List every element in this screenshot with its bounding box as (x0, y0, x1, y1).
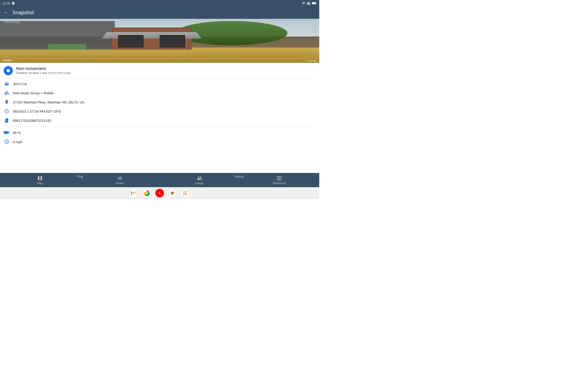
svg-rect-5 (4, 131, 8, 133)
dock-youtube-icon[interactable] (155, 189, 164, 198)
canopy (96, 32, 208, 39)
car-name: Jim's Car (13, 82, 27, 86)
svg-point-10 (183, 191, 184, 192)
list-item: 99 % (4, 128, 316, 137)
event-status-icon (4, 66, 13, 75)
dock-apps-icon[interactable] (181, 189, 190, 198)
page-title: Snapshot (12, 10, 34, 16)
street-view-image: © 2021 Google Google © Google (0, 19, 319, 63)
back-button[interactable]: ← (4, 10, 9, 16)
ping-action-label[interactable]: Ping (77, 175, 83, 178)
groups-icon (197, 175, 202, 181)
group-icon (4, 90, 10, 96)
geofences-icon (277, 175, 282, 181)
nav-label-groups: Groups (195, 182, 204, 185)
dock-gmail-icon[interactable] (130, 189, 138, 198)
nav-item-groups[interactable]: Groups (160, 173, 240, 187)
svg-point-16 (183, 194, 184, 195)
nav-label-map: Map (37, 182, 43, 185)
detail-section: Jim's Car New Asset Group » Mobile 27292… (4, 78, 316, 125)
window-2 (160, 35, 185, 48)
status-time: 11:35 (3, 2, 10, 5)
sim-number: 89011701328872231152 (13, 119, 51, 123)
wifi-icon (302, 1, 305, 5)
sim-icon (4, 117, 10, 123)
svg-rect-1 (316, 3, 317, 3)
event-title-block: Non-movement Duration: At least 1 day 0 … (16, 66, 70, 75)
battery-level: 99 % (13, 131, 21, 135)
nav-item-geofences[interactable]: Geofences (240, 173, 320, 187)
android-dock (0, 187, 319, 199)
asset-group: New Asset Group » Mobile (13, 91, 54, 95)
history-action-label[interactable]: History (235, 175, 244, 178)
nav-label-geofences: Geofences (273, 182, 286, 185)
dock-photos-icon[interactable] (168, 189, 177, 198)
car-in-view (48, 44, 86, 50)
car-icon (4, 81, 10, 87)
google-watermark: Google (2, 59, 12, 62)
status-bar-right (302, 1, 317, 5)
address: 27292 Waxhaw Pkwy, Waxhaw, NC 28173, US (13, 100, 84, 104)
list-item: 27292 Waxhaw Pkwy, Waxhaw, NC 28173, US (4, 98, 316, 107)
list-item: New Asset Group » Mobile (4, 88, 316, 98)
battery-status-icon (312, 2, 317, 5)
time-icon (4, 108, 10, 114)
svg-point-11 (185, 191, 186, 192)
svg-point-18 (186, 194, 187, 195)
list-item: 89011701328872231152 (4, 116, 316, 125)
nav-item-map[interactable]: Map (0, 173, 80, 187)
status-bar: 11:35 (0, 0, 319, 6)
svg-point-13 (183, 193, 184, 194)
bottom-nav: Ping History Map Assets Groups Geofences (0, 173, 319, 187)
event-duration: Duration: At least 1 day 0 hrs 0 min 0 s… (16, 71, 70, 75)
window-1 (118, 35, 144, 48)
metrics-section: 99 % 0 mph (4, 127, 316, 146)
svg-point-15 (186, 193, 187, 194)
status-bar-left: 11:35 (3, 2, 15, 5)
app-bar: ← Snapshot (0, 6, 319, 19)
assets-icon (117, 175, 122, 181)
list-item: 08/14/23 1:07:54 PM EDT GPS (4, 107, 316, 116)
google-copyright: © Google (306, 59, 317, 62)
svg-rect-4 (9, 132, 9, 133)
svg-point-14 (185, 193, 186, 194)
battery-icon (4, 130, 10, 135)
nav-item-assets[interactable]: Assets (80, 173, 160, 187)
nav-label-assets: Assets (115, 182, 124, 185)
speed-icon (4, 139, 10, 145)
svg-point-17 (185, 194, 186, 195)
signal-icon (307, 1, 311, 5)
svg-rect-2 (312, 2, 315, 4)
speed-value: 0 mph (13, 140, 23, 144)
section-divider (4, 126, 316, 126)
location-icon (4, 99, 10, 105)
event-status-inner (7, 69, 10, 72)
map-icon (37, 175, 43, 181)
list-item: Jim's Car (4, 79, 316, 88)
event-title: Non-movement (16, 66, 70, 71)
ground-bg (0, 48, 319, 63)
svg-point-7 (146, 192, 148, 194)
dock-chrome-icon[interactable] (142, 189, 151, 198)
event-header: Non-movement Duration: At least 1 day 0 … (4, 66, 316, 75)
settings-icon (12, 2, 15, 5)
content-area: Non-movement Duration: At least 1 day 0 … (0, 63, 319, 150)
street-view-copyright: © 2021 Google (3, 21, 20, 23)
list-item: 0 mph (4, 137, 316, 146)
svg-point-12 (186, 191, 187, 192)
timestamp: 08/14/23 1:07:54 PM EDT GPS (13, 109, 61, 113)
